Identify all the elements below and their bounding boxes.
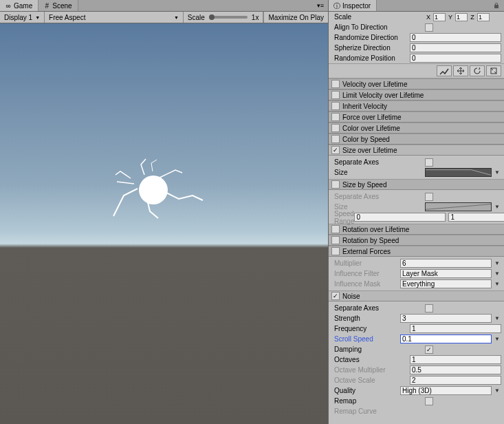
- scale-prop-label: Scale: [334, 13, 425, 21]
- inspector-body: Scale X Y Z Align To Direction Randomize…: [329, 12, 504, 424]
- edit-shape-button[interactable]: [437, 65, 452, 76]
- game-toolbar: Display 1 ▼ Free Aspect ▼ Scale 1x Maxim…: [0, 12, 328, 23]
- chevron-down-icon[interactable]: ▼: [493, 281, 501, 287]
- n-damping-checkbox[interactable]: [425, 346, 433, 354]
- chevron-down-icon[interactable]: ▼: [493, 204, 501, 210]
- n-frequency-input[interactable]: [410, 324, 501, 333]
- ss-size-curve[interactable]: [425, 202, 492, 211]
- velocity-checkbox[interactable]: [331, 80, 340, 88]
- module-inherit-velocity[interactable]: Inherit Velocity: [329, 100, 504, 112]
- module-size-speed[interactable]: Size by Speed: [329, 179, 504, 190]
- tab-scene[interactable]: # Scene: [39, 0, 78, 11]
- rand-pos-label: Randomize Position: [334, 54, 410, 62]
- chevron-down-icon: ▼: [174, 15, 179, 20]
- external-forces-checkbox[interactable]: [331, 247, 340, 255]
- n-damping-label: Damping: [334, 346, 425, 353]
- chevron-down-icon[interactable]: ▼: [493, 271, 501, 277]
- scale-x-input[interactable]: [433, 13, 446, 21]
- limit-velocity-checkbox[interactable]: [331, 91, 340, 99]
- aspect-dropdown[interactable]: Free Aspect ▼: [45, 12, 184, 23]
- tab-inspector[interactable]: ⓘ Inspector: [329, 0, 377, 11]
- ss-range-label: Speed Range: [334, 210, 354, 225]
- scale-label: Scale: [188, 14, 205, 21]
- chevron-down-icon[interactable]: ▼: [493, 315, 501, 321]
- noise-body: Separate Axes Strength▼ Frequency Scroll…: [329, 301, 504, 418]
- align-label: Align To Direction: [334, 23, 425, 31]
- sl-sep-axes-label: Separate Axes: [334, 158, 425, 166]
- force-checkbox[interactable]: [331, 113, 340, 121]
- rotate-tool-button[interactable]: [470, 65, 485, 76]
- module-size-lifetime[interactable]: Size over Lifetime: [329, 145, 504, 156]
- size-speed-checkbox[interactable]: [331, 180, 340, 189]
- color-speed-checkbox[interactable]: [331, 135, 340, 143]
- inspector-lock[interactable]: [489, 0, 504, 11]
- shape-toolbar: [329, 63, 504, 78]
- spherize-input[interactable]: [410, 43, 501, 52]
- noise-checkbox[interactable]: [331, 292, 340, 300]
- scale-z-input[interactable]: [477, 13, 490, 21]
- n-octmult-input[interactable]: [410, 365, 501, 374]
- module-color-lifetime[interactable]: Color over Lifetime: [329, 123, 504, 134]
- ss-sep-axes-label: Separate Axes: [334, 193, 425, 200]
- module-force[interactable]: Force over Lifetime: [329, 112, 504, 123]
- chevron-down-icon[interactable]: ▼: [493, 169, 501, 176]
- right-tab-bar: ⓘ Inspector: [329, 0, 504, 12]
- n-remapcurve-label: Remap Curve: [334, 407, 425, 415]
- tab-menu[interactable]: ▾≡: [313, 0, 328, 11]
- n-remap-label: Remap: [334, 397, 425, 405]
- n-octaves-input[interactable]: [410, 355, 501, 364]
- module-rotation-speed[interactable]: Rotation by Speed: [329, 235, 504, 246]
- color-lifetime-checkbox[interactable]: [331, 124, 340, 132]
- rand-pos-input[interactable]: [410, 54, 501, 63]
- module-velocity[interactable]: Velocity over Lifetime: [329, 78, 504, 89]
- ef-mask-dropdown[interactable]: [400, 279, 492, 288]
- size-lifetime-checkbox[interactable]: [331, 146, 340, 154]
- tab-game-label: Game: [14, 2, 32, 10]
- align-row: Align To Direction: [329, 22, 504, 32]
- module-limit-velocity[interactable]: Limit Velocity over Lifetime: [329, 89, 504, 100]
- rotation-lifetime-checkbox[interactable]: [331, 225, 340, 233]
- n-octscale-input[interactable]: [410, 376, 501, 385]
- scene-icon: #: [43, 2, 51, 10]
- module-color-speed[interactable]: Color by Speed: [329, 134, 504, 145]
- ss-range-min-input[interactable]: [354, 213, 446, 222]
- n-sep-axes-checkbox[interactable]: [425, 304, 433, 312]
- maximize-toggle[interactable]: Maximize On Play: [263, 12, 328, 23]
- scale-slider[interactable]: [209, 16, 248, 19]
- sl-sep-axes-checkbox[interactable]: [425, 158, 433, 167]
- lock-icon: [492, 1, 501, 10]
- n-scroll-input[interactable]: [400, 335, 492, 343]
- module-rotation-lifetime[interactable]: Rotation over Lifetime: [329, 224, 504, 235]
- chevron-down-icon[interactable]: ▼: [493, 336, 501, 342]
- inherit-velocity-checkbox[interactable]: [331, 102, 340, 110]
- rand-pos-row: Randomize Position: [329, 53, 504, 63]
- ef-filter-label: Influence Filter: [334, 270, 400, 277]
- n-octaves-label: Octaves: [334, 356, 410, 363]
- y-label: Y: [447, 14, 454, 21]
- ss-sep-axes-checkbox[interactable]: [425, 193, 433, 201]
- rand-dir-label: Randomize Direction: [334, 34, 410, 41]
- move-tool-button[interactable]: [453, 65, 468, 76]
- chevron-down-icon[interactable]: ▼: [493, 388, 501, 394]
- particle-effect: [110, 158, 206, 220]
- scale-y-input[interactable]: [455, 13, 468, 21]
- n-quality-dropdown[interactable]: [400, 386, 492, 395]
- n-remap-checkbox[interactable]: [425, 397, 433, 405]
- chevron-down-icon[interactable]: ▼: [493, 260, 501, 266]
- sl-size-curve[interactable]: [425, 168, 492, 177]
- ef-mult-input[interactable]: [400, 259, 492, 268]
- inspector-panel: ⓘ Inspector Scale X Y Z Align To Directi…: [329, 0, 504, 424]
- rotation-speed-checkbox[interactable]: [331, 236, 340, 244]
- rand-dir-input[interactable]: [410, 33, 501, 42]
- display-dropdown[interactable]: Display 1 ▼: [0, 12, 45, 23]
- n-strength-input[interactable]: [400, 314, 492, 323]
- module-external-forces[interactable]: External Forces: [329, 246, 504, 257]
- tab-game[interactable]: ∞ Game: [0, 0, 39, 11]
- scale-tool-button[interactable]: [486, 65, 501, 76]
- module-noise[interactable]: Noise: [329, 290, 504, 301]
- ef-filter-dropdown[interactable]: [400, 269, 492, 278]
- ss-range-max-input[interactable]: [448, 213, 504, 222]
- scale-thumb[interactable]: [209, 14, 215, 20]
- align-checkbox[interactable]: [425, 23, 433, 32]
- tab-scene-label: Scene: [52, 2, 72, 10]
